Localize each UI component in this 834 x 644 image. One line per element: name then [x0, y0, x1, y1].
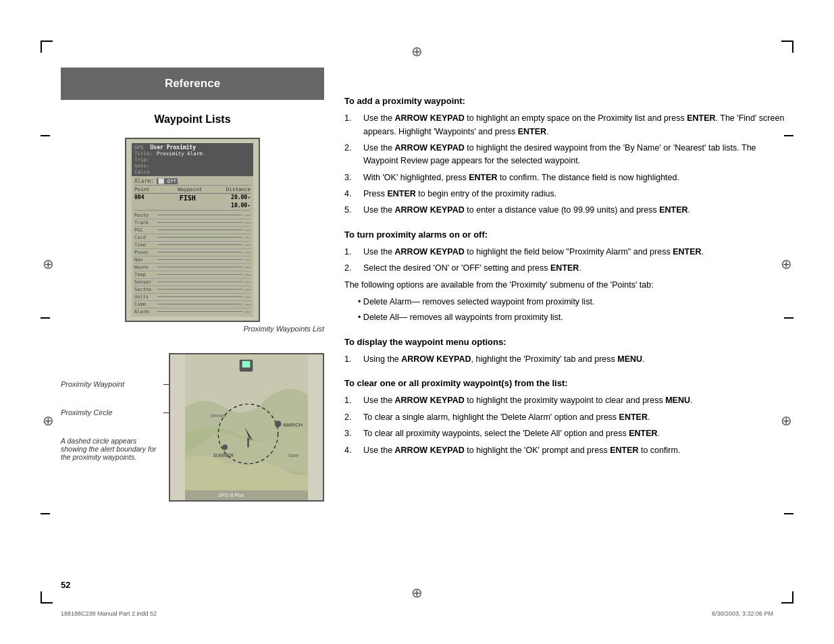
gps-screen: GPS User Proximity Title: Proximity Alar… [125, 138, 260, 322]
step-0-0: 1.Use the ARROW KEYPAD to highlight an e… [344, 112, 790, 138]
step-3-3: 4.Use the ARROW KEYPAD to highlight the … [344, 444, 790, 457]
step-text-3-0: Use the ARROW KEYPAD to highlight the pr… [363, 394, 790, 407]
step-num-0-3: 4. [344, 188, 359, 200]
proximity-waypoint-label: Proximity Waypoint [61, 380, 162, 388]
section-3: To clear one or all proximity waypoint(s… [344, 377, 790, 457]
step-list-1: 1.Use the ARROW KEYPAD to highlight the … [344, 246, 790, 275]
step-text-0-0: Use the ARROW KEYPAD to highlight an emp… [363, 112, 790, 138]
step-0-4: 5.Use the ARROW KEYPAD to enter a distan… [344, 204, 790, 217]
step-text-0-4: Use the ARROW KEYPAD to enter a distance… [363, 204, 790, 217]
corner-mark-tl [41, 41, 53, 53]
svg-text:SPRING: SPRING [210, 414, 226, 418]
proximity-circle-label: Proximity Circle [61, 408, 162, 417]
step-3-2: 3.To clear all proximity waypoints, sele… [344, 427, 790, 440]
step-3-0: 1.Use the ARROW KEYPAD to highlight the … [344, 394, 790, 407]
bullet-list-1: Delete Alarm— removes selected waypoint … [344, 296, 790, 325]
step-text-0-2: With 'OK' highlighted, press ENTER to co… [363, 171, 790, 184]
page-number: 52 [61, 580, 70, 590]
step-0-1: 2.Use the ARROW KEYPAD to highlight the … [344, 142, 790, 168]
section-title: Waypoint Lists [61, 113, 324, 126]
reference-header: Reference [61, 68, 324, 100]
svg-text:SUMMER: SUMMER [213, 453, 234, 458]
left-crosshair-bot-icon [41, 413, 55, 428]
step-1-0: 1.Use the ARROW KEYPAD to highlight the … [344, 246, 790, 259]
step-text-0-1: Use the ARROW KEYPAD to highlight the de… [363, 142, 790, 168]
step-num-3-2: 3. [344, 427, 359, 440]
edge-mark-right-bot [784, 513, 793, 514]
footer-left: 188188C238 Manual Part 2.indd 52 [61, 610, 157, 617]
reference-label: Reference [165, 77, 220, 90]
step-0-2: 3.With 'OK' highlighted, press ENTER to … [344, 171, 790, 184]
step-0-3: 4.Press ENTER to begin entry of the prox… [344, 188, 790, 200]
map-description: A dashed circle appears showing the aler… [61, 437, 162, 461]
edge-mark-left-mid [41, 317, 50, 319]
step-num-0-4: 5. [344, 204, 359, 217]
top-crosshair-icon [410, 44, 425, 59]
step-num-1-1: 2. [344, 262, 359, 275]
footer-right: 6/30/2003, 3:32:06 PM [712, 610, 773, 617]
step-text-1-1: Select the desired 'ON' or 'OFF' setting… [363, 262, 790, 275]
left-crosshair-top-icon [41, 257, 55, 271]
step-text-2-0: Using the ARROW KEYPAD, highlight the 'P… [363, 353, 790, 366]
step-num-2-0: 1. [344, 353, 359, 366]
step-2-0: 1.Using the ARROW KEYPAD, highlight the … [344, 353, 790, 366]
step-list-0: 1.Use the ARROW KEYPAD to highlight an e… [344, 112, 790, 217]
bullet-1-0: Delete Alarm— removes selected waypoint … [358, 296, 790, 308]
map-labels: Proximity Waypoint Proximity Circle A da… [61, 353, 162, 461]
svg-text:MARCH: MARCH [283, 422, 303, 428]
svg-rect-2 [242, 361, 251, 368]
step-num-3-0: 1. [344, 394, 359, 407]
section-heading-1: To turn proximity alarms on or off: [344, 228, 790, 242]
proximity-list-caption: Proximity Waypoints List [61, 325, 324, 333]
section-note-1: The following options are available from… [344, 279, 790, 292]
corner-mark-br [781, 591, 793, 603]
step-num-1-0: 1. [344, 246, 359, 259]
svg-rect-3 [242, 368, 251, 370]
step-text-3-3: Use the ARROW KEYPAD to highlight the 'O… [363, 444, 790, 457]
step-1-1: 2.Select the desired 'ON' or 'OFF' setti… [344, 262, 790, 275]
map-section: Proximity Waypoint Proximity Circle A da… [61, 353, 324, 502]
corner-mark-tr [781, 41, 793, 53]
step-num-3-3: 4. [344, 444, 359, 457]
section-heading-0: To add a proximity waypoint: [344, 95, 790, 108]
step-text-3-2: To clear all proximity waypoints, select… [363, 427, 790, 440]
svg-text:TEMP: TEMP [288, 454, 298, 458]
section-2: To display the waypoint menu options:1.U… [344, 336, 790, 367]
step-text-1-0: Use the ARROW KEYPAD to highlight the fi… [363, 246, 790, 259]
section-heading-3: To clear one or all proximity waypoint(s… [344, 377, 790, 390]
step-text-3-1: To clear a single alarm, highlight the '… [363, 411, 790, 424]
left-column: Reference Waypoint Lists GPS User Proxim… [61, 68, 324, 502]
svg-point-6 [275, 421, 282, 427]
map-image: MARCH SUMMER TEMP SPRING GPS III Plus [169, 353, 324, 502]
step-num-0-2: 3. [344, 171, 359, 184]
step-list-2: 1.Using the ARROW KEYPAD, highlight the … [344, 353, 790, 366]
bullet-1-1: Delete All— removes all waypoints from p… [358, 311, 790, 324]
svg-point-8 [222, 445, 228, 450]
section-heading-2: To display the waypoint menu options: [344, 336, 790, 349]
section-0: To add a proximity waypoint:1.Use the AR… [344, 95, 790, 217]
bottom-crosshair-icon [410, 585, 425, 600]
edge-mark-left-top [41, 135, 50, 136]
step-text-0-3: Press ENTER to begin entry of the proxim… [363, 188, 790, 200]
step-3-1: 2.To clear a single alarm, highlight the… [344, 411, 790, 424]
section-1: To turn proximity alarms on or off:1.Use… [344, 228, 790, 325]
svg-rect-12 [185, 490, 308, 500]
svg-text:GPS III Plus: GPS III Plus [218, 493, 244, 498]
step-num-0-0: 1. [344, 112, 359, 138]
step-num-3-1: 2. [344, 411, 359, 424]
step-list-3: 1.Use the ARROW KEYPAD to highlight the … [344, 394, 790, 457]
edge-mark-left-bot [41, 513, 50, 514]
corner-mark-bl [41, 591, 53, 603]
right-column: To add a proximity waypoint:1.Use the AR… [344, 95, 790, 468]
step-num-0-1: 2. [344, 142, 359, 168]
